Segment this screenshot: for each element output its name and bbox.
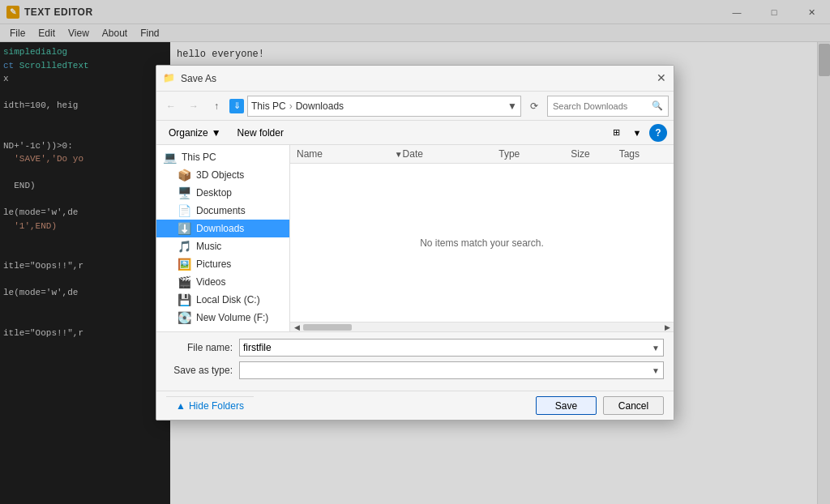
saveastype-row: Save as type: ▼ (166, 361, 664, 379)
search-box[interactable]: 🔍 (547, 96, 669, 117)
saveastype-dropdown-arrow[interactable]: ▼ (652, 366, 660, 375)
col-tags[interactable]: Tags (619, 148, 667, 160)
organize-label: Organize (169, 127, 208, 139)
folder-videos[interactable]: 🎬 Videos (156, 273, 289, 291)
filename-label: File name: (166, 342, 239, 353)
3d-objects-label: 3D Objects (196, 169, 244, 181)
music-label: Music (196, 241, 221, 252)
file-list-area: Name ▼ Date Type Size Tags No items matc… (290, 145, 674, 331)
col-size[interactable]: Size (571, 148, 618, 160)
folder-this-pc[interactable]: 💻 This PC (156, 148, 289, 166)
organize-arrow: ▼ (212, 127, 221, 139)
dialog-toolbar: Organize ▼ New folder ⊞ ▼ ? (156, 121, 674, 145)
new-folder-label: New folder (237, 127, 284, 139)
3d-objects-icon: 📦 (178, 169, 191, 182)
folder-tree: 💻 This PC 📦 3D Objects 🖥️ Desktop 📄 Doc (156, 145, 290, 331)
nav-back-button[interactable]: ← (161, 96, 181, 116)
dialog-icon: 📁 (163, 72, 176, 85)
path-dropdown-arrow[interactable]: ▼ (507, 100, 517, 112)
saveastype-label: Save as type: (166, 365, 239, 376)
search-input[interactable] (553, 101, 648, 111)
folder-local-disk[interactable]: 💾 Local Disk (C:) (156, 291, 289, 309)
hide-folders-button[interactable]: ▲ Hide Folders (166, 396, 254, 415)
nav-forward-button[interactable]: → (184, 96, 203, 116)
dialog-overlay: 📁 Save As ✕ ← → ↑ ⇓ This PC › Downloads … (0, 0, 830, 504)
view-tiles-button[interactable]: ⊞ (607, 124, 625, 142)
h-scroll-right[interactable]: ▶ (661, 322, 674, 332)
view-dropdown-button[interactable]: ▼ (628, 124, 646, 142)
col-date[interactable]: Date (403, 148, 499, 160)
filename-row: File name: ▼ (166, 339, 664, 357)
videos-icon: 🎬 (178, 275, 191, 288)
desktop-label: Desktop (196, 187, 232, 199)
folder-music[interactable]: 🎵 Music (156, 237, 289, 255)
music-icon: 🎵 (178, 240, 191, 253)
videos-label: Videos (196, 276, 225, 288)
pictures-icon: 🖼️ (178, 258, 191, 271)
filename-input[interactable] (243, 342, 652, 353)
this-pc-label: This PC (182, 152, 216, 163)
help-button[interactable]: ? (649, 124, 667, 142)
new-folder-button[interactable]: New folder (232, 124, 289, 142)
h-scrollbar: ◀ ▶ (290, 322, 674, 331)
folder-3d-objects[interactable]: 📦 3D Objects (156, 166, 289, 184)
toolbar-right: ⊞ ▼ ? (607, 124, 667, 142)
dialog-title-bar: 📁 Save As ✕ (156, 66, 674, 92)
dialog-footer: ▲ Hide Folders Save Cancel (156, 391, 674, 420)
hide-folders-label: Hide Folders (189, 400, 244, 412)
h-scroll-track[interactable] (303, 323, 661, 331)
file-list-header: Name ▼ Date Type Size Tags (290, 145, 674, 164)
path-this-pc[interactable]: This PC (251, 100, 286, 112)
folder-pictures[interactable]: 🖼️ Pictures (156, 255, 289, 273)
this-pc-icon: 💻 (163, 151, 177, 164)
folder-new-volume[interactable]: 💽 New Volume (F:) (156, 309, 289, 327)
local-disk-label: Local Disk (C:) (196, 294, 260, 305)
folder-documents[interactable]: 📄 Documents (156, 202, 289, 220)
desktop-icon: 🖥️ (178, 186, 191, 199)
organize-button[interactable]: Organize ▼ (163, 124, 227, 142)
pictures-label: Pictures (196, 258, 231, 270)
col-type[interactable]: Type (498, 148, 571, 160)
path-separator: › (289, 100, 293, 112)
dialog-title: Save As (181, 73, 216, 84)
hide-folders-arrow: ▲ (176, 400, 186, 412)
dialog-body: 💻 This PC 📦 3D Objects 🖥️ Desktop 📄 Doc (156, 145, 674, 331)
file-list-body: No items match your search. (290, 164, 674, 322)
save-button[interactable]: Save (536, 396, 597, 415)
save-dialog: 📁 Save As ✕ ← → ↑ ⇓ This PC › Downloads … (156, 65, 674, 421)
folder-downloads[interactable]: ⬇️ Downloads (156, 220, 289, 237)
col-name[interactable]: Name (297, 148, 393, 160)
nav-refresh-button[interactable]: ⟳ (524, 96, 544, 116)
cancel-button[interactable]: Cancel (603, 396, 664, 415)
local-disk-icon: 💾 (178, 293, 191, 306)
dialog-form: File name: ▼ Save as type: ▼ (156, 331, 674, 391)
downloads-label: Downloads (196, 223, 244, 234)
h-scroll-left[interactable]: ◀ (290, 322, 303, 332)
folder-desktop[interactable]: 🖥️ Desktop (156, 184, 289, 202)
downloads-folder-icon: ⬇️ (178, 222, 191, 235)
nav-bar: ← → ↑ ⇓ This PC › Downloads ▼ ⟳ 🔍 (156, 92, 674, 121)
documents-icon: 📄 (178, 204, 191, 217)
saveastype-dropdown[interactable]: ▼ (239, 361, 664, 379)
filename-dropdown-arrow[interactable]: ▼ (652, 344, 660, 352)
h-scroll-thumb[interactable] (303, 324, 352, 331)
search-icon: 🔍 (652, 100, 663, 111)
nav-up-button[interactable]: ↑ (207, 96, 226, 116)
downloads-icon: ⇓ (229, 99, 244, 113)
filename-input-wrapper[interactable]: ▼ (239, 339, 664, 357)
new-volume-label: New Volume (F:) (196, 312, 268, 323)
empty-message: No items match your search. (420, 237, 544, 249)
nav-path[interactable]: This PC › Downloads ▼ (247, 96, 521, 117)
path-downloads[interactable]: Downloads (296, 100, 344, 112)
footer-buttons: Save Cancel (536, 396, 664, 415)
col-sort-arrow: ▼ (395, 150, 403, 159)
dialog-close-button[interactable]: ✕ (651, 67, 672, 88)
documents-label: Documents (196, 205, 246, 216)
new-volume-icon: 💽 (178, 311, 191, 324)
